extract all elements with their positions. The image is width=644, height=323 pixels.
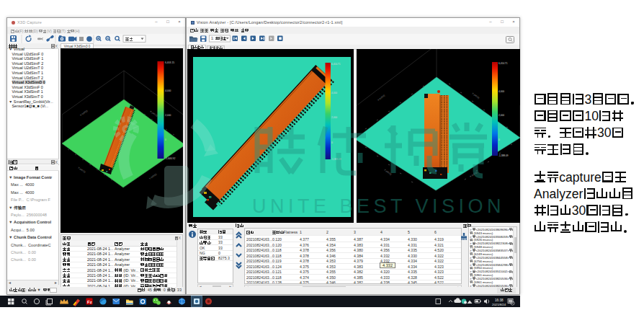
svg-text:2,000: 2,000 [165, 114, 171, 117]
svg-text:2,000: 2,000 [498, 114, 504, 117]
svg-text:6,414.71: 6,414.71 [331, 63, 341, 66]
svg-text:0: 0 [331, 141, 333, 144]
svg-text:2021/8/24: 2021/8/24 [492, 303, 506, 306]
svg-text:Y (U072): Y (U072) [148, 173, 157, 180]
svg-text:-1,388.09: -1,388.09 [498, 154, 509, 157]
svg-text:4,000: 4,000 [498, 90, 504, 93]
svg-text:X (U072): X (U072) [469, 171, 478, 178]
svg-text:Y (U072): Y (U072) [471, 92, 480, 99]
svg-text:6,403.15: 6,403.15 [165, 61, 174, 64]
svg-text:4,000: 4,000 [331, 92, 337, 94]
svg-text:Fz: Fz [87, 300, 92, 304]
svg-text:4,000: 4,000 [165, 89, 171, 92]
svg-text:Y (U072): Y (U072) [383, 169, 392, 176]
svg-text:X (U072): X (U072) [377, 94, 385, 101]
svg-text:16:38: 16:38 [495, 298, 504, 302]
svg-text:2,000: 2,000 [331, 116, 337, 119]
svg-text:Y (U072): Y (U072) [77, 167, 86, 174]
svg-text:X (U072): X (U072) [79, 110, 88, 117]
svg-text:6,414.71: 6,414.71 [498, 62, 508, 65]
svg-text:X (U072): X (U072) [149, 110, 158, 118]
svg-text:-1,646.92: -1,646.92 [165, 157, 175, 160]
svg-text:0: 0 [498, 138, 500, 141]
svg-text:-1,388.09: -1,388.09 [331, 158, 341, 161]
svg-text:0: 0 [165, 138, 166, 141]
